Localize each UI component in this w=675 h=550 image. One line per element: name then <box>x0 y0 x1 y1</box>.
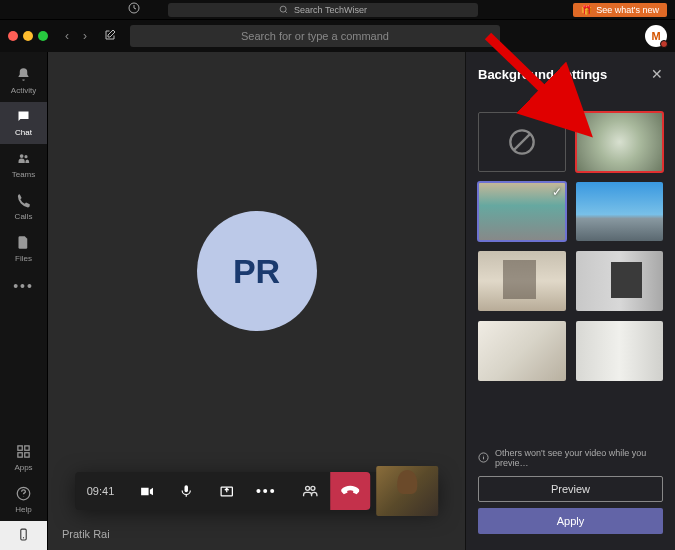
info-text: Others won't see your video while you pr… <box>495 448 663 468</box>
preview-button[interactable]: Preview <box>478 476 663 502</box>
command-search[interactable]: Search for or type a command <box>130 25 500 47</box>
compose-icon[interactable] <box>98 29 122 44</box>
bg-option-4[interactable] <box>576 251 664 311</box>
svg-point-3 <box>20 154 24 158</box>
bg-option-2[interactable] <box>576 182 664 242</box>
bg-option-1[interactable]: ✓ <box>478 182 566 242</box>
caller-initials: PR <box>233 252 280 291</box>
window-minimize-icon[interactable] <box>23 31 33 41</box>
svg-point-1 <box>280 6 286 12</box>
rail-files[interactable]: Files <box>0 228 47 270</box>
self-video-thumbnail[interactable] <box>376 466 438 516</box>
rail-device[interactable] <box>0 521 47 550</box>
panel-title: Background settings <box>478 67 607 82</box>
apply-button[interactable]: Apply <box>478 508 663 534</box>
call-controls: 09:41 ••• <box>75 472 439 510</box>
gift-icon: 🎁 <box>581 5 592 15</box>
share-button[interactable] <box>206 472 246 510</box>
top-search[interactable]: Search TechWiser <box>168 3 478 17</box>
presence-dot <box>660 40 668 48</box>
svg-rect-6 <box>25 446 29 450</box>
window-maximize-icon[interactable] <box>38 31 48 41</box>
svg-rect-8 <box>25 453 29 457</box>
phone-icon <box>16 193 31 210</box>
rail-label: Files <box>15 254 32 263</box>
bell-icon <box>16 67 31 84</box>
caller-avatar: PR <box>197 211 317 331</box>
rail-chat[interactable]: Chat <box>0 102 47 144</box>
rail-activity[interactable]: Activity <box>0 60 47 102</box>
bg-option-3[interactable] <box>478 251 566 311</box>
call-duration: 09:41 <box>75 485 127 497</box>
check-icon: ✓ <box>552 185 562 199</box>
svg-rect-7 <box>18 453 22 457</box>
rail-apps[interactable]: Apps <box>0 437 47 479</box>
svg-rect-5 <box>18 446 22 450</box>
rail-label: Calls <box>15 212 33 221</box>
bg-option-blur[interactable] <box>576 112 664 172</box>
rail-label: Help <box>15 505 31 514</box>
device-icon <box>17 528 30 543</box>
rail-label: Activity <box>11 86 36 95</box>
teams-icon <box>16 151 31 168</box>
rail-label: Teams <box>12 170 36 179</box>
mic-button[interactable] <box>166 472 206 510</box>
svg-rect-13 <box>185 485 189 492</box>
svg-line-2 <box>285 11 287 13</box>
whats-new-label: See what's new <box>596 5 659 15</box>
rail-label: Chat <box>15 128 32 137</box>
close-icon[interactable]: ✕ <box>651 66 663 82</box>
rail-more[interactable]: ••• <box>13 270 34 302</box>
more-actions-button[interactable]: ••• <box>246 472 286 510</box>
svg-rect-11 <box>21 529 26 540</box>
rail-teams[interactable]: Teams <box>0 144 47 186</box>
rail-calls[interactable]: Calls <box>0 186 47 228</box>
participants-button[interactable] <box>290 472 330 510</box>
hangup-button[interactable] <box>330 472 370 510</box>
rail-label: Apps <box>14 463 32 472</box>
window-close-icon[interactable] <box>8 31 18 41</box>
info-icon <box>478 452 489 465</box>
svg-point-16 <box>311 486 315 490</box>
camera-button[interactable] <box>126 472 166 510</box>
svg-line-18 <box>514 134 530 150</box>
command-search-placeholder: Search for or type a command <box>241 30 389 42</box>
bg-option-5[interactable] <box>478 321 566 381</box>
whats-new-button[interactable]: 🎁 See what's new <box>573 3 667 17</box>
nav-back-icon[interactable]: ‹ <box>62 29 72 43</box>
top-search-placeholder: Search TechWiser <box>294 5 367 15</box>
avatar-initial: M <box>651 30 660 42</box>
history-icon[interactable] <box>128 2 140 17</box>
files-icon <box>16 235 31 252</box>
svg-point-15 <box>306 486 310 490</box>
apps-icon <box>16 444 31 461</box>
background-settings-panel: Background settings ✕ ✓ <box>465 52 675 550</box>
rail-help[interactable]: Help <box>0 479 47 521</box>
video-area: PR 09:41 ••• <box>48 52 465 550</box>
bg-option-none[interactable] <box>478 112 566 172</box>
caller-name: Pratik Rai <box>62 528 110 540</box>
bg-option-6[interactable] <box>576 321 664 381</box>
profile-avatar[interactable]: M <box>645 25 667 47</box>
svg-point-4 <box>24 155 27 158</box>
chat-icon <box>16 109 31 126</box>
help-icon <box>16 486 31 503</box>
nav-forward-icon[interactable]: › <box>80 29 90 43</box>
